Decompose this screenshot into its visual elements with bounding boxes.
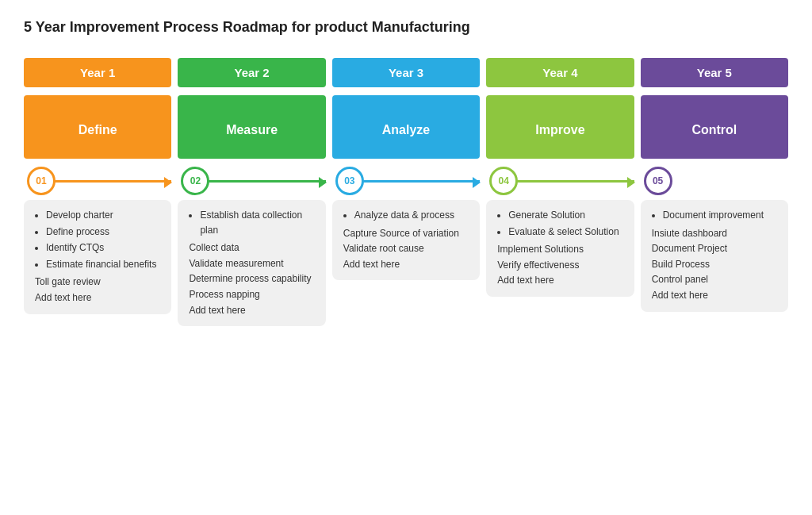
list-item: Document improvement (663, 208, 780, 223)
column-3: Year 3Analyze03Analyze data & processCap… (332, 58, 480, 280)
content-text: Add text here (652, 288, 780, 303)
content-text: Add text here (35, 290, 163, 306)
arrow-1 (51, 180, 171, 183)
content-text: Add text here (343, 257, 472, 272)
column-4: Year 4Improve04Generate SolutionEvaluate… (486, 58, 634, 297)
phase-box-5: Control (641, 95, 788, 159)
column-5: Year 5Control05Document improvementInsiu… (641, 58, 788, 312)
step-row-5: 05 (641, 167, 788, 195)
year-badge-3: Year 3 (332, 58, 480, 87)
content-text: Validate root cause (343, 241, 472, 256)
content-text: Implement Solutions (497, 242, 626, 257)
year-badge-1: Year 1 (24, 58, 171, 87)
phase-box-1: Define (24, 95, 171, 159)
content-box-1: Develop charterDefine processIdentify CT… (24, 200, 171, 314)
content-text: Add text here (497, 273, 626, 288)
columns-container: Year 1Define01Develop charterDefine proc… (24, 58, 788, 499)
list-item: Develop charter (46, 208, 163, 223)
step-circle-4: 04 (489, 167, 518, 195)
content-text: Verify effectiveness (497, 258, 626, 273)
content-text: Build Process (652, 257, 780, 272)
phase-box-4: Improve (486, 95, 634, 159)
step-circle-5: 05 (644, 167, 672, 195)
step-row-4: 04 (486, 167, 634, 195)
content-text: Control panel (652, 272, 780, 287)
year-badge-5: Year 5 (641, 58, 788, 87)
list-item: Generate Solution (508, 208, 626, 223)
content-text: Add text here (189, 303, 317, 318)
list-item: Estimate financial benefits (46, 257, 163, 272)
content-text: Process napping (189, 287, 317, 302)
content-box-3: Analyze data & processCapture Source of … (332, 200, 480, 280)
year-badge-4: Year 4 (486, 58, 634, 87)
arrow-2 (205, 180, 325, 183)
step-circle-1: 01 (27, 167, 56, 195)
column-2: Year 2Measure02Establish data collection… (178, 58, 325, 326)
step-row-2: 02 (178, 167, 325, 195)
list-item: Analyze data & process (354, 208, 472, 223)
content-box-2: Establish data collection planCollect da… (178, 200, 325, 326)
step-row-1: 01 (24, 167, 171, 195)
slide-title: 5 Year Improvement Process Roadmap for p… (24, 19, 788, 42)
list-item: Establish data collection plan (200, 208, 317, 237)
step-circle-3: 03 (335, 167, 364, 195)
content-text: Capture Source of variation (343, 226, 472, 241)
year-badge-2: Year 2 (178, 58, 325, 87)
step-circle-2: 02 (181, 167, 209, 195)
column-1: Year 1Define01Develop charterDefine proc… (24, 58, 171, 314)
list-item: Define process (46, 225, 163, 240)
slide: 5 Year Improvement Process Roadmap for p… (0, 0, 812, 515)
arrow-3 (359, 180, 480, 183)
phase-box-2: Measure (178, 95, 325, 159)
content-text: Validate measurement (189, 256, 317, 271)
list-item: Evaluate & select Solution (508, 225, 626, 240)
step-row-3: 03 (332, 167, 480, 195)
list-item: Identify CTQs (46, 240, 163, 256)
content-text: Toll gate review (35, 275, 163, 290)
content-text: Determine process capability (189, 271, 317, 286)
content-box-5: Document improvementInsiute dashboardDoc… (641, 200, 788, 312)
content-box-4: Generate SolutionEvaluate & select Solut… (486, 200, 634, 297)
phase-box-3: Analyze (332, 95, 480, 159)
content-text: Document Project (652, 241, 780, 256)
content-text: Insiute dashboard (652, 226, 780, 241)
content-text: Collect data (189, 240, 317, 256)
arrow-4 (513, 180, 634, 183)
